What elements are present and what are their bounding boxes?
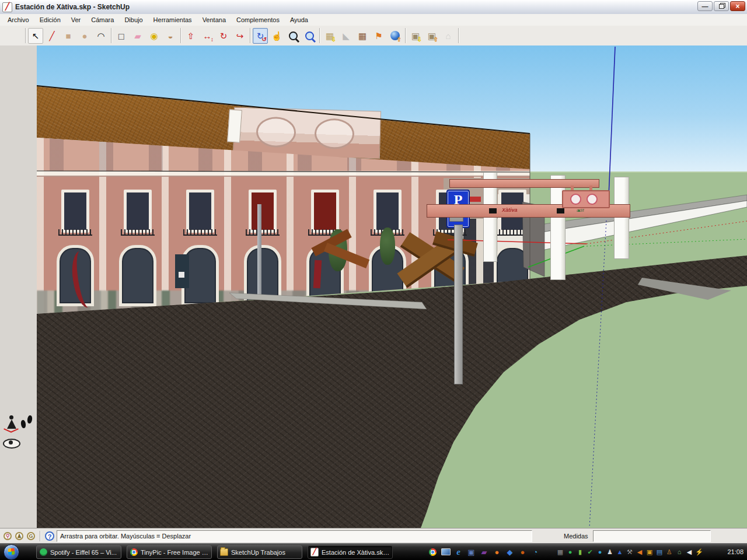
arc-tool[interactable]: ◠ <box>93 28 109 44</box>
arc-icon: ◠ <box>97 32 104 40</box>
get-models-tool[interactable]: ▣⇩ <box>408 28 423 44</box>
quicktime-icon[interactable]: ◔ <box>530 546 540 558</box>
place-model-tool[interactable]: ⚑ <box>371 28 386 44</box>
tray-folder-update-icon[interactable]: ▣ <box>645 546 654 558</box>
rectangle-icon: ■ <box>65 32 71 40</box>
task-button-folder[interactable]: SketchUp Trabajos <box>217 545 302 559</box>
blue-axis-dashed <box>589 220 606 528</box>
tray-app-icon[interactable]: ▦ <box>556 546 565 558</box>
circle-tool[interactable]: ● <box>77 28 92 44</box>
menu-camara[interactable]: Cámara <box>86 15 119 24</box>
tray-agent-icon[interactable]: ♙ <box>665 546 674 558</box>
pan-icon: ☝ <box>271 32 282 40</box>
status-bar: ⚲ ♟ G ? Arrastra para orbitar. Mayúscula… <box>0 528 747 544</box>
circle-icon: ● <box>82 32 87 40</box>
toggle-terrain-tool[interactable]: ◣ <box>338 28 354 44</box>
photo-textures-tool[interactable]: ▦ <box>355 28 370 44</box>
model-viewport[interactable]: P Xàtiva ▲ adif <box>37 46 747 528</box>
make-component-tool[interactable]: ◻ <box>114 28 129 44</box>
rotate-icon: ↻ <box>220 32 228 40</box>
utility-app-icon[interactable]: ● <box>518 546 528 558</box>
zoom-icon <box>289 32 298 40</box>
share-component-tool[interactable]: ⌂ <box>441 28 456 44</box>
menu-archivo[interactable]: Archivo <box>2 15 34 24</box>
menu-complementos[interactable]: Complementos <box>231 15 285 24</box>
footprints-icon <box>20 420 26 429</box>
eraser-icon: ▰ <box>134 32 141 40</box>
white-pylon <box>614 177 629 259</box>
tray-network-icon[interactable]: ▤ <box>655 546 664 558</box>
pan-tool[interactable]: ☝ <box>269 28 284 44</box>
menu-ayuda[interactable]: Ayuda <box>285 15 313 24</box>
close-button[interactable]: × <box>730 1 745 11</box>
tray-avg-icon[interactable]: ▲ <box>615 546 624 558</box>
tray-battery-icon[interactable]: ▮ <box>575 546 585 558</box>
remote-desktop-icon[interactable]: ▣ <box>466 546 476 558</box>
share-component-icon: ⌂ <box>445 32 451 40</box>
menu-edicion[interactable]: Edición <box>34 15 66 24</box>
walk-tool[interactable] <box>21 415 33 433</box>
credits-icon[interactable]: ♟ <box>15 532 23 540</box>
eraser-tool[interactable]: ▰ <box>130 28 145 44</box>
move-tool[interactable]: ↔↕ <box>200 28 215 44</box>
claim-credit-icon[interactable]: G <box>27 532 35 540</box>
chrome-icon[interactable] <box>428 546 438 558</box>
tray-power-icon[interactable]: ⚡ <box>694 546 704 558</box>
look-around-tool[interactable] <box>3 438 20 448</box>
canopy-beam-upper <box>449 179 599 188</box>
tray-horn-icon[interactable]: ◀ <box>635 546 644 558</box>
taskbar: Spotify - Eiffel 65 – Vi...TinyPic - Fre… <box>0 543 747 560</box>
geolocation-icon[interactable]: ⚲ <box>4 532 12 540</box>
start-button[interactable] <box>4 544 19 560</box>
tray-spotify-icon[interactable]: ● <box>566 546 575 558</box>
main-toolbar: ↖╱■●◠◻▰◉◒⇧↔↕↻↪↻↺☝▦⇩◣▦⚑⇧▣⇩▣⇧⌂ <box>0 26 747 46</box>
line-icon: ╱ <box>49 32 54 40</box>
paint-bucket-tool[interactable]: ◒ <box>163 28 178 44</box>
rectangle-tool[interactable]: ■ <box>61 28 76 44</box>
tray-wireless-icon[interactable]: ⌂ <box>675 546 684 558</box>
tray-volume-icon[interactable]: ◀ <box>685 546 694 558</box>
push-pull-icon: ⇧ <box>187 32 195 40</box>
tray-antivirus-icon[interactable]: ✔ <box>585 546 595 558</box>
show-desktop-icon[interactable] <box>441 546 451 558</box>
menu-dibujo[interactable]: Dibujo <box>119 15 148 24</box>
place-model-icon: ⚑ <box>375 32 382 40</box>
google-earth-tool[interactable]: ⇧ <box>388 28 403 44</box>
internet-explorer-icon[interactable]: e <box>453 546 463 558</box>
tape-measure-tool[interactable]: ◉ <box>146 28 162 44</box>
task-button-spotify[interactable]: Spotify - Eiffel 65 – Vi... <box>36 545 121 559</box>
offset-tool[interactable]: ↪ <box>232 28 247 44</box>
zoom-extents-tool[interactable] <box>302 28 317 44</box>
tray-messenger-icon[interactable]: ● <box>595 546 605 558</box>
get-current-view-tool[interactable]: ▦⇩ <box>322 28 337 44</box>
green-axis-dashed <box>587 239 747 246</box>
zoom-tool[interactable] <box>285 28 301 44</box>
orbit-tool[interactable]: ↻↺ <box>253 28 268 44</box>
task-label: Estación de Xàtiva.skp... <box>322 549 390 556</box>
select-tool[interactable]: ↖ <box>28 28 43 44</box>
task-buttons: Spotify - Eiffel 65 – Vi...TinyPic - Fre… <box>36 545 393 559</box>
tray-offline-user-icon[interactable]: ♟ <box>605 546 615 558</box>
position-camera-tool[interactable] <box>5 415 18 434</box>
tray-tools-icon[interactable]: ⚒ <box>625 546 634 558</box>
task-button-sketchup[interactable]: ╱Estación de Xàtiva.skp... <box>308 545 393 559</box>
push-pull-tool[interactable]: ⇧ <box>183 28 198 44</box>
line-tool[interactable]: ╱ <box>44 28 60 44</box>
media-app-icon[interactable]: ▰ <box>479 546 489 558</box>
dropbox-icon[interactable]: ◆ <box>505 546 515 558</box>
select-icon: ↖ <box>32 32 40 40</box>
rotate-tool[interactable]: ↻ <box>216 28 231 44</box>
task-button-chrome[interactable]: TinyPic - Free Image H... <box>127 545 212 559</box>
photo-textures-icon: ▦ <box>358 32 366 40</box>
share-model-tool[interactable]: ▣⇧ <box>424 28 439 44</box>
menu-herramientas[interactable]: Herramientas <box>148 15 197 24</box>
firefox-icon[interactable]: ● <box>492 546 502 558</box>
help-icon[interactable]: ? <box>45 531 54 541</box>
speaker-box <box>557 208 564 214</box>
measurements-box[interactable] <box>593 530 711 542</box>
minimize-button[interactable]: — <box>697 1 713 11</box>
menu-ver[interactable]: Ver <box>66 15 86 24</box>
restore-button[interactable] <box>714 1 729 11</box>
title-bar[interactable]: ╱ Estación de Xàtiva.skp - SketchUp — × <box>0 0 747 15</box>
menu-ventana[interactable]: Ventana <box>197 15 231 24</box>
